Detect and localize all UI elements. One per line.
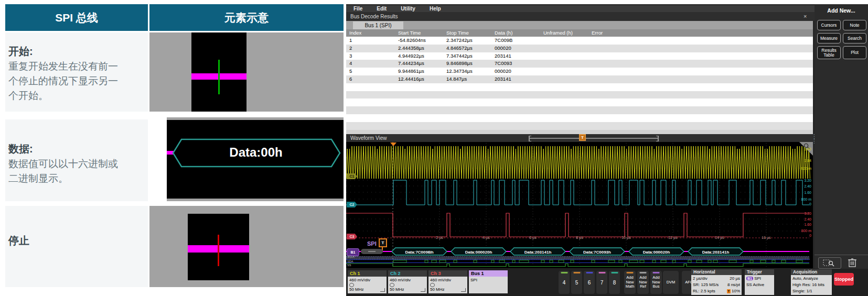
channel-scale: 460 mV/div [430,278,466,283]
add-color-stripe [653,272,660,273]
results-panel-titlebar[interactable]: Bus Decode Results [346,12,817,21]
button-add-new-ref[interactable]: AddNewRef [637,271,649,294]
channel-color-stripe [598,272,605,273]
trigger-position-icon[interactable] [390,142,397,146]
tab-bus1-spi[interactable]: Bus 1 (SPI) [353,21,403,29]
channel-badge-2[interactable]: Ch 2460 mV/div50 MHz [388,270,427,294]
data-figure: Data:00h [167,117,344,201]
sidebar-button-results-table[interactable]: Results Table [817,46,841,59]
sda-pulse [499,260,505,263]
sidebar-button-cursors[interactable]: Cursors [817,20,841,30]
channel-button-7[interactable]: 7 [596,271,607,294]
cell [588,75,813,83]
sda-pulse [796,260,802,263]
table-row[interactable]: 59.944861µs12.34734µs000020 [346,68,813,75]
sda-pulse [640,260,644,263]
channel-button-5[interactable]: 5 [571,271,582,294]
cell: 2.444358µs [395,45,443,52]
cell: -54.82604ns [395,37,443,45]
table-row[interactable]: 34.944922µs7.347442µs203141 [346,52,813,60]
start-marker-line [218,60,220,94]
cell: 3 [346,52,395,60]
ch2-trace [346,180,809,205]
sda-pulse [571,260,574,263]
bus-handle-pill[interactable] [361,249,383,254]
horizontal-body: 2 µs/div20 µsSR: 125 MS/s8 ns/ptRL: 2.5 … [691,275,742,295]
pan-zoom-scrollbar[interactable] [530,138,658,139]
sidebar-button-search[interactable]: Search [843,33,866,43]
channel-badge-1[interactable]: Ch 1460 mV/div50 MHz [348,270,387,294]
bus-frame-label: Data:7C0093h [583,250,611,255]
table-row[interactable] [346,106,813,114]
bus-badge-name: Bus 1 [469,270,508,277]
sda-pulse [454,260,457,263]
channel-badge-name: Ch 2 [388,270,427,277]
table-row[interactable] [346,122,813,130]
horizontal-badge[interactable]: Horizontal 2 µs/div20 µsSR: 125 MS/s8 ns… [691,269,742,295]
channel-badge-3[interactable]: Ch 3460 mV/div50 MHz [428,270,467,294]
table-row[interactable] [346,114,813,122]
time-axis-label: 14 µs [711,236,728,239]
stopped-button[interactable]: Stopped [834,273,854,286]
horizontal-right: 20 µs [730,276,740,282]
menu-help[interactable]: Help [430,6,441,12]
cell: 2.347242µs [443,37,491,45]
menu-file[interactable]: File [353,6,362,12]
trash-button[interactable] [846,257,859,268]
cell: 12.34734µs [443,68,491,75]
cell: 9.944861µs [395,68,443,75]
scrollbar-trigger-marker[interactable]: T [579,134,586,141]
channel-bandwidth: 50 MHz [430,287,466,292]
table-row[interactable]: 22.444358µs4.846572µs000020 [346,45,813,52]
horizontal-row: SR: 125 MS/s8 ns/pt [693,282,740,288]
channel-button-6[interactable]: 6 [584,271,595,294]
cell [588,52,813,60]
ch3-scale-label: 0 [772,234,811,238]
table-row[interactable]: 47.444234µs9.846898µs7C0093 [346,60,813,68]
ch2-scale-label: 800 m [772,198,811,202]
sda-pulse [425,260,428,263]
menu-utility[interactable]: Utility [401,6,415,12]
channel-badge-name: Ch 3 [428,270,467,277]
horizontal-left: SR: 125 MS/s [693,282,719,288]
button-add-new-bus[interactable]: AddNewBus [650,271,662,294]
trigger-pos-icon: T [727,289,731,293]
time-axis-label: 4 µs [477,236,495,239]
menu-bar: FileEditUtilityHelp [346,5,820,12]
panel-separator[interactable] [346,130,813,134]
sclk-trace [346,257,810,260]
channel-button-4[interactable]: 4 [559,271,570,294]
menu-edit[interactable]: Edit [377,6,387,12]
trigger-body: B1 SPI SS Active [745,275,774,295]
table-row[interactable] [346,91,813,99]
sidebar-button-measure[interactable]: Measure [817,33,841,43]
cell [540,45,588,52]
horizontal-right: T 10% [727,288,740,294]
table-row[interactable] [346,83,813,91]
zoom-tool-icon [819,258,841,268]
channel-button-8[interactable]: 8 [609,271,620,294]
horizontal-left: 2 µs/div [693,276,708,282]
table-row[interactable] [346,98,813,106]
button-add-new-math[interactable]: AddNewMath [624,271,636,294]
acquisition-badge[interactable]: Acquisition Auto, Analyze High Res: 16 b… [791,269,832,295]
ch1-trace [346,146,810,179]
screenshot-root: SPI 总线 元素示意 开始: 重复开始发生在没有前一个停止的情况下显示另一个开… [0,0,868,296]
bus-frame-label: Data:7C009Bh [405,250,433,255]
sda-pulse [440,260,446,263]
trigger-badge[interactable]: Trigger B1 SPI SS Active [745,269,774,295]
cell [588,45,813,52]
zoom-tool-button[interactable] [818,257,841,269]
close-icon[interactable]: × [803,13,807,19]
data-desc: 数据值可以以十六进制或二进制显示。 [8,157,125,186]
dvm-button[interactable]: DVM [663,271,679,294]
acquisition-title: Acquisition [791,269,832,275]
table-row[interactable]: 1-54.82604ns2.347242µs7C009B [346,37,813,45]
table-row[interactable]: 612.44416µs14.847µs203141 [346,75,813,83]
sidebar-button-plot[interactable]: Plot [843,46,866,59]
sidebar-button-note[interactable]: Note [843,20,866,30]
bus-badge[interactable]: Bus 1SPI [469,270,508,294]
start-title: 开始: [8,44,148,59]
ch2-scale-label: 0 [772,202,811,206]
bus-trigger-flag[interactable]: T [379,238,387,247]
